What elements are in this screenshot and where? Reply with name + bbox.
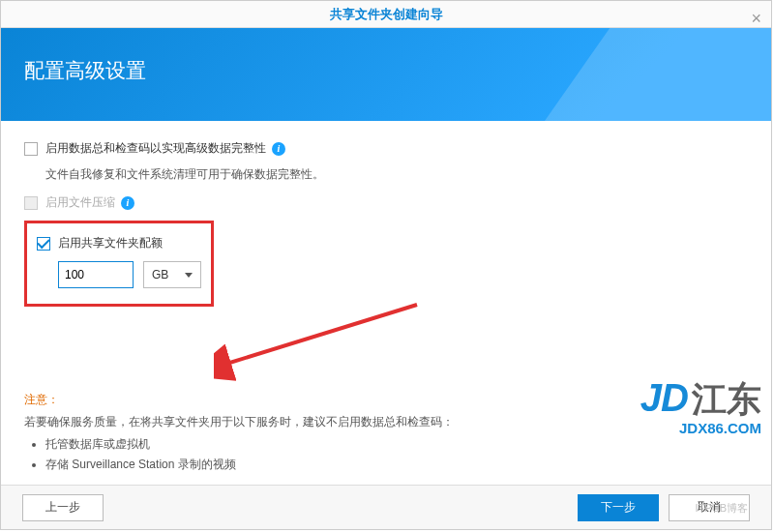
footer-bar: 上一步 下一步 取消 ITPUB博客 (1, 485, 771, 529)
quota-unit-value: GB (152, 268, 168, 281)
quota-unit-select[interactable]: GB (143, 261, 201, 288)
cancel-button[interactable]: 取消 (669, 494, 750, 521)
quota-input-row: GB (58, 261, 201, 288)
quota-highlight-box: 启用共享文件夹配额 GB (24, 221, 214, 307)
checksum-hint: 文件自我修复和文件系统清理可用于确保数据完整性。 (45, 166, 748, 183)
checksum-label: 启用数据总和检查码以实现高级数据完整性 (45, 140, 266, 157)
next-button[interactable]: 下一步 (578, 494, 659, 521)
title-bar: 共享文件夹创建向导 × (1, 1, 771, 28)
checksum-row: 启用数据总和检查码以实现高级数据完整性 i (24, 140, 748, 157)
page-heading: 配置高级设置 (24, 57, 748, 84)
quota-checkbox[interactable] (37, 237, 50, 251)
quota-row: 启用共享文件夹配额 (37, 235, 201, 251)
notice-block: 注意： 若要确保服务质量，在将共享文件夹用于以下服务时，建议不启用数据总和检查码… (24, 392, 748, 477)
info-icon[interactable]: i (272, 142, 285, 156)
annotation-arrow-icon (214, 297, 427, 384)
notice-title: 注意： (24, 392, 748, 408)
quota-label: 启用共享文件夹配额 (58, 235, 163, 251)
window-title: 共享文件夹创建向导 (330, 7, 443, 21)
header-banner: 配置高级设置 (1, 28, 771, 121)
compression-checkbox (24, 196, 38, 210)
notice-line: 若要确保服务质量，在将共享文件夹用于以下服务时，建议不启用数据总和检查码： (24, 414, 748, 430)
compression-label: 启用文件压缩 (45, 194, 115, 211)
chevron-down-icon (185, 273, 193, 278)
content-area: 启用数据总和检查码以实现高级数据完整性 i 文件自我修复和文件系统清理可用于确保… (1, 121, 771, 485)
prev-button[interactable]: 上一步 (22, 494, 104, 521)
notice-item: 存储 Surveillance Station 录制的视频 (45, 457, 748, 473)
notice-list: 托管数据库或虚拟机 存储 Surveillance Station 录制的视频 (24, 436, 748, 473)
quota-input[interactable] (58, 261, 134, 288)
wizard-modal: 共享文件夹创建向导 × 配置高级设置 启用数据总和检查码以实现高级数据完整性 i… (0, 0, 772, 530)
info-icon[interactable]: i (121, 196, 134, 210)
notice-item: 托管数据库或虚拟机 (45, 436, 748, 453)
svg-line-1 (223, 305, 417, 365)
checksum-checkbox[interactable] (24, 142, 38, 156)
compression-row: 启用文件压缩 i (24, 194, 748, 211)
